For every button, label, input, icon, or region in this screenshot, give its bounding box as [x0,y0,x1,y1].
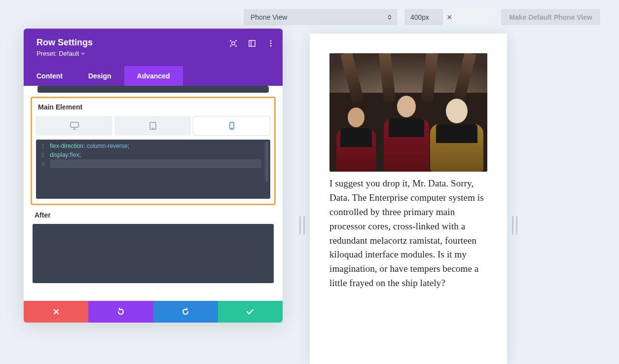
svg-rect-0 [232,42,235,45]
resize-handle-right[interactable] [512,216,517,235]
chevron-updown-icon [388,15,392,20]
svg-point-5 [270,45,272,47]
settings-panel: Row Settings Preset: Default Content Des… [24,29,283,323]
code-text: flex-direction: column-reverse; [50,143,270,149]
line-number: 2 [36,152,50,158]
preset-selector[interactable]: Preset: Default [36,50,270,57]
view-select[interactable]: Phone View [244,9,398,25]
svg-point-12 [231,128,232,128]
after-code[interactable] [33,224,274,283]
code-line: 3 [36,159,270,168]
multiply-icon: × [447,13,452,22]
code-text [50,159,261,168]
view-select-label: Phone View [251,13,287,21]
confirm-button[interactable] [218,301,283,323]
redo-button[interactable] [153,301,218,323]
layout-icon[interactable] [248,39,256,47]
tab-advanced[interactable]: Advanced [124,66,183,86]
line-number: 1 [36,143,50,149]
svg-point-3 [270,40,272,42]
svg-point-4 [270,43,272,44]
width-value: 400px [410,13,429,21]
preset-prefix: Preset: [36,50,57,57]
phone-preview: I suggest you drop it, Mr. Data. Sorry, … [310,34,507,364]
main-element-code[interactable]: 1flex-direction: column-reverse;2display… [36,140,270,199]
panel-footer [24,301,283,323]
device-tab-tablet[interactable] [114,116,191,136]
preview-image [329,53,487,172]
code-scrollbar[interactable] [265,142,268,182]
make-default-label: Make Default Phone View [509,13,592,21]
panel-header: Row Settings Preset: Default [24,29,283,66]
main-element-section: Main Element 1flex-direction: column-rev… [31,97,276,205]
width-input[interactable]: 400px [404,9,443,25]
after-section: After [31,211,276,283]
settings-tabs: Content Design Advanced [24,66,283,86]
responsive-topbar: Phone View 400px × Make Default Phone Vi… [0,9,619,25]
device-tabs [36,116,270,136]
code-line: 2display:flex; [36,150,270,159]
prev-code-strip [37,86,269,93]
undo-button[interactable] [88,301,153,323]
tab-design[interactable]: Design [75,66,124,86]
more-icon[interactable] [267,39,275,47]
svg-rect-1 [249,40,255,46]
code-line: 1flex-direction: column-reverse; [36,142,270,150]
main-element-label: Main Element [38,103,270,111]
preset-value: Default [59,50,79,57]
panel-body: Main Element 1flex-direction: column-rev… [24,86,283,301]
device-tab-desktop[interactable] [36,116,112,136]
expand-icon[interactable] [229,39,237,47]
cancel-button[interactable] [24,301,88,323]
code-text: display:flex; [50,151,270,158]
svg-point-10 [152,128,153,128]
resize-handle-left[interactable] [299,216,305,235]
make-default-button[interactable]: Make Default Phone View [501,9,600,25]
line-number: 3 [36,161,50,167]
preview-text: I suggest you drop it, Mr. Data. Sorry, … [329,177,487,291]
after-label: After [35,211,276,219]
height-input[interactable] [456,9,494,25]
tab-content[interactable]: Content [24,66,75,86]
panel-header-actions [229,39,275,47]
dimension-group: 400px × [404,9,495,25]
svg-rect-6 [71,122,78,127]
device-tab-phone[interactable] [193,116,270,136]
